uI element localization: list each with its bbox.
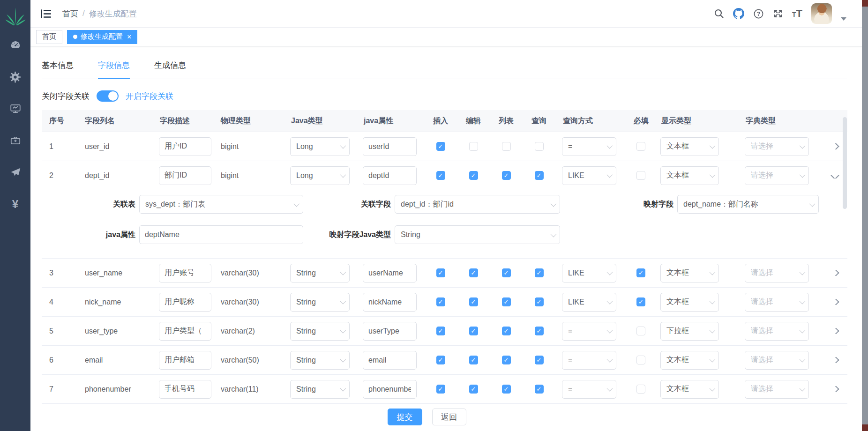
edit-checkbox[interactable] — [469, 142, 478, 151]
list-checkbox[interactable]: ✓ — [502, 297, 511, 306]
page-scrollbar[interactable] — [862, 0, 868, 431]
search-icon[interactable] — [714, 8, 724, 19]
html-type-select[interactable]: 文本框 — [660, 264, 719, 282]
java-field-input[interactable] — [363, 137, 417, 156]
column-comment-input[interactable] — [159, 166, 211, 185]
list-checkbox[interactable]: ✓ — [502, 268, 511, 277]
html-type-select[interactable]: 文本框 — [660, 351, 719, 370]
edit-checkbox[interactable]: ✓ — [469, 268, 478, 277]
tag-active-page[interactable]: 修改生成配置 × — [67, 30, 137, 44]
breadcrumb-home[interactable]: 首页 — [62, 8, 78, 19]
java-type-select[interactable]: String — [290, 264, 350, 282]
expand-row-chevron[interactable] — [831, 328, 839, 334]
sidebar-item-system[interactable] — [0, 61, 30, 93]
query-checkbox[interactable]: ✓ — [535, 327, 544, 335]
font-size-icon[interactable]: TT — [792, 7, 802, 20]
java-type-select[interactable]: String — [290, 351, 350, 370]
scrollbar-top-corner[interactable] — [862, 0, 868, 7]
tab-gen-info[interactable]: 生成信息 — [154, 60, 186, 79]
collapse-row-chevron[interactable] — [831, 172, 839, 178]
html-type-select[interactable]: 文本框 — [660, 166, 719, 185]
column-comment-input[interactable] — [159, 322, 211, 341]
back-button[interactable]: 返回 — [432, 409, 466, 425]
list-checkbox[interactable] — [502, 142, 511, 151]
html-type-select[interactable]: 文本框 — [660, 137, 719, 156]
table-scrollbar-thumb[interactable] — [843, 117, 847, 209]
dict-type-select[interactable]: 请选择 — [745, 380, 809, 399]
java-field-input[interactable] — [363, 166, 417, 185]
expansion-select-1[interactable]: dept_id：部门id — [395, 195, 560, 214]
html-type-select[interactable]: 下拉框 — [660, 322, 719, 341]
java-type-select[interactable]: Long — [290, 137, 350, 156]
list-checkbox[interactable]: ✓ — [502, 327, 511, 335]
sidebar-item-monitor[interactable] — [0, 93, 30, 125]
required-checkbox[interactable]: ✓ — [636, 297, 645, 306]
expand-row-chevron[interactable] — [831, 386, 839, 392]
expand-row-chevron[interactable] — [831, 270, 839, 276]
query-type-select[interactable]: LIKE — [562, 264, 616, 282]
field-relation-switch[interactable] — [97, 90, 119, 102]
column-comment-input[interactable] — [159, 380, 211, 399]
github-icon[interactable] — [733, 8, 744, 19]
java-field-input[interactable] — [363, 293, 417, 312]
edit-checkbox[interactable]: ✓ — [469, 385, 478, 394]
close-icon[interactable]: × — [127, 33, 131, 41]
query-checkbox[interactable]: ✓ — [535, 171, 544, 180]
insert-checkbox[interactable]: ✓ — [436, 385, 445, 394]
column-comment-input[interactable] — [159, 293, 211, 312]
dict-type-select[interactable]: 请选择 — [745, 137, 809, 156]
html-type-select[interactable]: 文本框 — [660, 293, 719, 312]
java-field-input[interactable] — [363, 322, 417, 341]
tab-field-info[interactable]: 字段信息 — [98, 60, 130, 79]
column-comment-input[interactable] — [159, 137, 211, 156]
html-type-select[interactable]: 文本框 — [660, 380, 719, 399]
sidebar-item-guide[interactable] — [0, 156, 30, 188]
java-field-input[interactable] — [363, 380, 417, 399]
dict-type-select[interactable]: 请选择 — [745, 322, 809, 341]
edit-checkbox[interactable]: ✓ — [469, 327, 478, 335]
query-checkbox[interactable]: ✓ — [535, 297, 544, 306]
plant-logo[interactable] — [5, 3, 26, 29]
query-type-select[interactable]: LIKE — [562, 166, 616, 185]
fullscreen-icon[interactable] — [773, 8, 783, 19]
insert-checkbox[interactable]: ✓ — [436, 171, 445, 180]
sidebar-item-dashboard[interactable] — [0, 29, 30, 61]
edit-checkbox[interactable]: ✓ — [469, 171, 478, 180]
java-field-input[interactable] — [363, 264, 417, 282]
java-type-select[interactable]: String — [290, 380, 350, 399]
list-checkbox[interactable]: ✓ — [502, 385, 511, 394]
java-type-select[interactable]: Long — [290, 166, 350, 185]
column-comment-input[interactable] — [159, 351, 211, 370]
expand-row-chevron[interactable] — [831, 143, 839, 149]
expansion-select-2[interactable]: dept_name：部门名称 — [677, 195, 819, 214]
dict-type-select[interactable]: 请选择 — [745, 166, 809, 185]
java-type-select[interactable]: String — [290, 293, 350, 312]
expand-row-chevron[interactable] — [831, 357, 839, 363]
edit-checkbox[interactable]: ✓ — [469, 356, 478, 364]
caret-down-icon[interactable] — [841, 17, 846, 21]
query-type-select[interactable]: LIKE — [562, 293, 616, 312]
sidebar-item-pay[interactable]: ¥ — [0, 188, 30, 220]
insert-checkbox[interactable]: ✓ — [436, 297, 445, 306]
sidebar-collapse-button[interactable] — [37, 7, 55, 21]
insert-checkbox[interactable]: ✓ — [436, 142, 445, 151]
insert-checkbox[interactable]: ✓ — [436, 356, 445, 364]
query-checkbox[interactable] — [535, 142, 544, 151]
required-checkbox[interactable] — [636, 142, 645, 151]
query-type-select[interactable]: = — [562, 322, 616, 341]
required-checkbox[interactable] — [636, 327, 645, 335]
dict-type-select[interactable]: 请选择 — [745, 264, 809, 282]
edit-checkbox[interactable]: ✓ — [469, 297, 478, 306]
query-checkbox[interactable]: ✓ — [535, 385, 544, 394]
question-icon[interactable]: ? — [753, 8, 764, 19]
required-checkbox[interactable] — [636, 385, 645, 394]
dict-type-select[interactable]: 请选择 — [745, 293, 809, 312]
expansion-select-4[interactable]: String — [395, 225, 560, 244]
java-field-input[interactable] — [363, 351, 417, 370]
tab-basic-info[interactable]: 基本信息 — [42, 60, 74, 79]
query-type-select[interactable]: = — [562, 137, 616, 156]
avatar[interactable] — [811, 3, 832, 24]
expansion-input-3[interactable] — [139, 225, 303, 244]
query-checkbox[interactable]: ✓ — [535, 356, 544, 364]
submit-button[interactable]: 提交 — [388, 409, 422, 425]
